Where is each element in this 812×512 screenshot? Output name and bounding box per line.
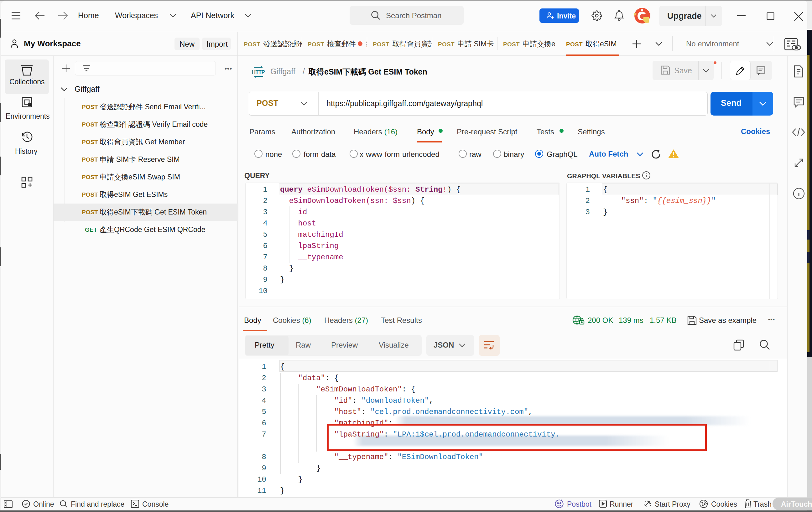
svg-text:HTTP: HTTP <box>252 69 265 75</box>
